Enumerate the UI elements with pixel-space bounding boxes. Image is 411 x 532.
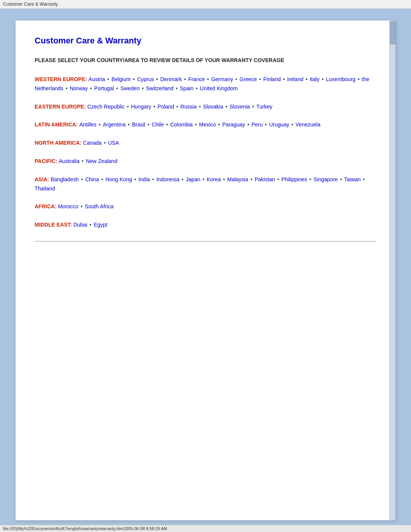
bullet-separator: • [97, 121, 102, 128]
country-link-dubai[interactable]: Dubai [73, 222, 88, 228]
title-bar-text: Customer Care & Warranty [3, 2, 58, 7]
bullet-separator: • [80, 176, 84, 182]
country-link-morocco[interactable]: Morocco [58, 203, 78, 209]
country-link-japan[interactable]: Japan [186, 176, 200, 182]
country-link-china[interactable]: China [85, 176, 99, 182]
country-link-indonesia[interactable]: Indonesia [156, 176, 180, 182]
scrollbar[interactable] [389, 21, 395, 520]
country-link-argentina[interactable]: Argentina [103, 121, 126, 128]
title-bar: Customer Care & Warranty [0, 0, 411, 9]
country-link-cyprus[interactable]: Cyprus [137, 76, 154, 82]
section-divider [35, 241, 376, 241]
country-link-hungary[interactable]: Hungary [131, 104, 151, 110]
country-link-peru[interactable]: Peru [252, 121, 263, 128]
country-link-united-kingdom[interactable]: United Kingdom [200, 85, 238, 91]
bullet-separator: • [194, 85, 199, 91]
country-link-philippines[interactable]: Philippines [281, 176, 307, 182]
bullet-separator: • [146, 121, 151, 128]
region-africa: AFRICA: Morocco • South Africa [35, 202, 376, 211]
bullet-separator: • [140, 85, 145, 91]
bullet-separator: • [356, 76, 361, 82]
bullet-separator: • [304, 76, 309, 82]
bullet-separator: • [180, 176, 185, 182]
bullet-separator: • [201, 176, 206, 182]
country-link-france[interactable]: France [188, 76, 205, 82]
country-link-norway[interactable]: Norway [70, 85, 88, 91]
region-label-north-america: NORTH AMERICA: [35, 140, 83, 146]
country-link-ireland[interactable]: Ireland [287, 76, 303, 82]
country-link-slovakia[interactable]: Slovakia [203, 104, 223, 110]
country-link-spain[interactable]: Spain [180, 85, 194, 91]
country-link-taiwan[interactable]: Taiwan [344, 176, 361, 182]
bullet-separator: • [152, 104, 157, 110]
country-link-portugal[interactable]: Portugal [94, 85, 114, 91]
status-bar: file:///D|/My%20Documents/dfu/A7/english… [0, 525, 411, 532]
bullet-separator: • [155, 76, 159, 82]
bullet-separator: • [151, 176, 156, 182]
bullet-separator: • [115, 85, 120, 91]
bullet-separator: • [224, 104, 229, 110]
bullet-separator: • [174, 85, 179, 91]
country-link-venezuela[interactable]: Venezuela [296, 121, 320, 128]
country-link-new-zealand[interactable]: New Zealand [86, 158, 118, 164]
region-north-america: NORTH AMERICA: Canada • USA [35, 139, 376, 148]
region-label-middle-east: MIDDLE EAST: [35, 222, 73, 228]
bullet-separator: • [79, 203, 84, 209]
bullet-separator: • [193, 121, 198, 128]
bullet-separator: • [165, 121, 170, 128]
bullet-separator: • [251, 104, 256, 110]
bullet-separator: • [246, 121, 251, 128]
country-link-germany[interactable]: Germany [211, 76, 233, 82]
country-link-switzerland[interactable]: Switzerland [146, 85, 173, 91]
country-link-finland[interactable]: Finland [263, 76, 281, 82]
country-link-antilles[interactable]: Antilles [79, 121, 96, 128]
region-eastern-europe: EASTERN EUROPE: Czech Republic • Hungary… [35, 102, 376, 112]
country-link-malaysia[interactable]: Malaysia [227, 176, 248, 182]
region-western-europe: WESTERN EUROPE: Austria • Belgium • Cypr… [35, 75, 376, 93]
country-link-italy[interactable]: Italy [310, 76, 320, 82]
country-link-brasil[interactable]: Brasil [132, 121, 145, 128]
country-link-mexico[interactable]: Mexico [199, 121, 216, 128]
country-link-south-africa[interactable]: South Africa [85, 203, 114, 209]
bullet-separator: • [217, 121, 221, 128]
bullet-separator: • [362, 176, 365, 182]
country-link-austria[interactable]: Austria [89, 76, 105, 82]
status-bar-text: file:///D|/My%20Documents/dfu/A7/english… [3, 526, 167, 531]
country-link-egypt[interactable]: Egypt [94, 222, 107, 228]
country-link-poland[interactable]: Poland [158, 104, 174, 110]
region-label-asia: ASIA: [35, 176, 51, 182]
country-link-sweden[interactable]: Sweden [120, 85, 140, 91]
bullet-separator: • [221, 176, 226, 182]
country-link-canada[interactable]: Canada [83, 140, 102, 146]
country-link-bangladesh[interactable]: Bangladesh [51, 176, 79, 182]
country-link-slovenia[interactable]: Slovenia [229, 104, 250, 110]
country-link-colombia[interactable]: Colombia [170, 121, 193, 128]
bullet-separator: • [100, 176, 105, 182]
country-link-denmark[interactable]: Denmark [160, 76, 182, 82]
region-pacific: PACIFIC: Australia • New Zealand [35, 157, 376, 166]
country-link-australia[interactable]: Australia [59, 158, 80, 164]
country-link-chile[interactable]: Chile [152, 121, 164, 128]
country-link-singapore[interactable]: Singapore [314, 176, 338, 182]
country-link-uruguay[interactable]: Uruguay [269, 121, 289, 128]
scrollbar-thumb[interactable] [390, 21, 395, 44]
country-link-usa[interactable]: USA [108, 140, 119, 146]
country-link-greece[interactable]: Greece [239, 76, 257, 82]
country-link-belgium[interactable]: Belgium [112, 76, 131, 82]
country-link-pakistan[interactable]: Pakistan [255, 176, 275, 182]
country-link-india[interactable]: India [139, 176, 150, 182]
country-link-thailand[interactable]: Thailand [35, 185, 55, 192]
country-link-luxembourg[interactable]: Luxembourg [326, 76, 355, 82]
country-link-czech-republic[interactable]: Czech Republic [87, 104, 124, 110]
country-link-paraguay[interactable]: Paraguay [222, 121, 245, 128]
country-link-turkey[interactable]: Turkey [256, 104, 272, 110]
country-link-korea[interactable]: Korea [207, 176, 221, 182]
bullet-separator: • [102, 140, 107, 146]
region-label-africa: AFRICA: [35, 203, 58, 209]
country-link-hong-kong[interactable]: Hong Kong [105, 176, 132, 182]
country-link-russia[interactable]: Russia [180, 104, 197, 110]
bullet-separator: • [133, 176, 138, 182]
bullet-separator: • [131, 76, 136, 82]
bullet-separator: • [263, 121, 268, 128]
page-title: Customer Care & Warranty [35, 36, 376, 46]
